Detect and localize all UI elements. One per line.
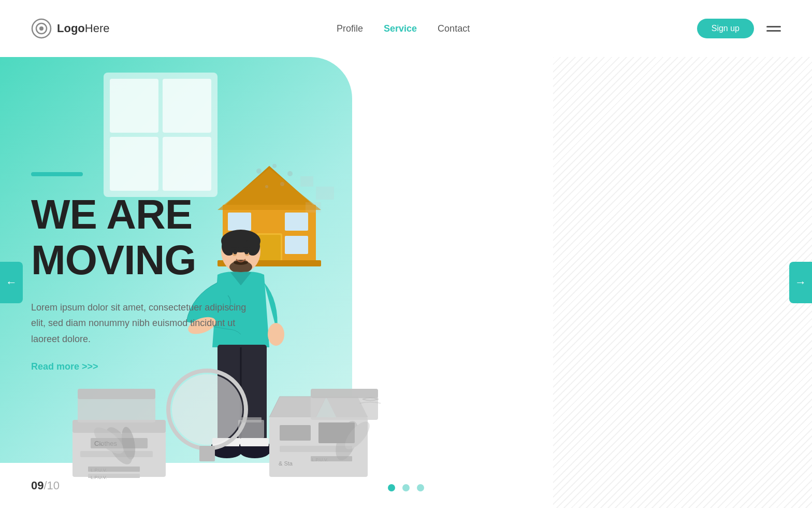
nav-right: Sign up	[697, 19, 781, 38]
logo-icon	[31, 18, 52, 39]
nav-service[interactable]: Service	[384, 23, 417, 34]
slide-counter: 09/10	[31, 479, 60, 492]
hamburger-menu[interactable]	[766, 26, 781, 32]
hero-title: WE ARE MOVING	[31, 192, 771, 283]
read-more-link[interactable]: Read more >>>	[31, 361, 771, 372]
nav-contact[interactable]: Contact	[438, 23, 470, 34]
navbar: LogoHere Profile Service Contact Sign up	[0, 0, 812, 57]
hero-section: ←	[0, 57, 812, 508]
dot-1[interactable]	[388, 484, 395, 491]
hamburger-line-2	[766, 30, 781, 32]
accent-bar	[31, 172, 83, 176]
hamburger-line-1	[766, 26, 781, 27]
signup-button[interactable]: Sign up	[697, 19, 754, 38]
nav-links: Profile Service Contact	[337, 23, 470, 34]
dot-2[interactable]	[402, 484, 410, 491]
logo-text: LogoHere	[57, 22, 109, 35]
prev-slide-button[interactable]: ←	[0, 262, 23, 303]
next-slide-button[interactable]: →	[789, 262, 812, 303]
slide-dots	[388, 484, 424, 491]
logo[interactable]: LogoHere	[31, 18, 109, 39]
svg-point-2	[39, 26, 44, 31]
hero-description: Lorem ipsum dolor sit amet, consectetuer…	[31, 300, 249, 347]
hero-right-content: WE ARE MOVING Lorem ipsum dolor sit amet…	[0, 57, 812, 508]
dot-3[interactable]	[417, 484, 424, 491]
nav-profile[interactable]: Profile	[337, 23, 363, 34]
